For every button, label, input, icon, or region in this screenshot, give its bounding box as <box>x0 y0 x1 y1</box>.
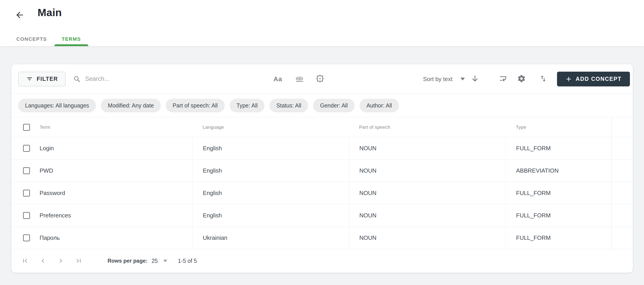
table-row[interactable]: Preferences English NOUN FULL_FORM <box>12 204 633 227</box>
tab-bar: CONCEPTS TERMS <box>9 32 88 46</box>
row-overflow-cell <box>612 182 633 204</box>
pagination-range: 1-5 of 5 <box>178 258 197 264</box>
focus-frame-icon[interactable] <box>316 74 324 84</box>
filter-chips-row: Languages: All languages Modified: Any d… <box>12 94 633 117</box>
language-text: English <box>203 190 222 197</box>
table-row[interactable]: PWD English NOUN ABBREVIATION <box>12 160 633 182</box>
column-label-language: Language <box>192 117 349 137</box>
table-row[interactable]: Login English NOUN FULL_FORM <box>12 137 633 160</box>
language-text: Ukrainian <box>203 234 228 241</box>
barcode-icon[interactable] <box>295 74 304 84</box>
terminology-page: Main CONCEPTS TERMS FILTER <box>0 0 644 285</box>
rows-per-page-caret-icon[interactable] <box>163 260 167 262</box>
language-cell: English <box>192 137 349 159</box>
part-of-speech-cell: NOUN <box>349 227 506 249</box>
page-header: Main CONCEPTS TERMS <box>0 0 644 46</box>
row-checkbox[interactable] <box>23 212 30 219</box>
part-of-speech-cell: NOUN <box>349 204 506 226</box>
language-text: English <box>203 145 222 152</box>
filter-chip[interactable]: Type: All <box>230 99 265 112</box>
sort-by-select[interactable]: Sort by text <box>423 76 452 82</box>
filter-button-label: FILTER <box>37 76 58 82</box>
part-of-speech-cell: NOUN <box>349 160 506 182</box>
tab-terms[interactable]: TERMS <box>54 32 88 46</box>
table-header-row: Term Language Part of speech Type <box>12 117 633 137</box>
filter-chip-label: Part of speech: All <box>173 102 218 109</box>
rows-per-page-value[interactable]: 25 <box>152 258 158 264</box>
filter-chip[interactable]: Gender: All <box>313 99 355 112</box>
tab-concepts[interactable]: CONCEPTS <box>9 32 54 46</box>
part-of-speech-cell: NOUN <box>349 182 506 204</box>
match-case-icon[interactable]: Aa <box>274 75 282 83</box>
type-cell: FULL_FORM <box>506 182 612 204</box>
settings-gear-icon[interactable] <box>517 74 526 84</box>
filter-chip[interactable]: Status: All <box>270 99 308 112</box>
row-overflow-cell <box>612 204 633 226</box>
language-text: English <box>203 167 222 174</box>
column-label-type: Type <box>506 117 612 137</box>
back-button[interactable] <box>14 9 26 22</box>
add-concept-label: ADD CONCEPT <box>576 76 622 82</box>
row-overflow-cell <box>612 227 633 249</box>
arrows-up-down-icon[interactable] <box>539 75 547 84</box>
wrap-arrow-icon[interactable] <box>499 74 507 84</box>
row-checkbox[interactable] <box>23 234 30 241</box>
filter-chip[interactable]: Part of speech: All <box>166 99 225 112</box>
rows-per-page-label: Rows per page: <box>108 258 148 264</box>
column-label-part-of-speech: Part of speech <box>349 117 506 137</box>
row-checkbox[interactable] <box>23 190 30 197</box>
term-text: Пароль <box>40 234 60 241</box>
language-text: English <box>203 212 222 219</box>
filter-button[interactable]: FILTER <box>18 72 66 86</box>
select-all-checkbox[interactable] <box>23 124 30 131</box>
language-cell: Ukrainian <box>192 227 349 249</box>
type-cell: FULL_FORM <box>506 227 612 249</box>
term-text: Login <box>40 145 54 152</box>
arrow-left-icon <box>15 10 24 20</box>
term-cell: Preferences <box>12 204 192 226</box>
type-cell: ABBREVIATION <box>506 160 612 182</box>
filter-chip-label: Modified: Any date <box>108 102 154 109</box>
row-overflow-cell <box>612 160 633 182</box>
type-text: ABBREVIATION <box>516 167 558 174</box>
filter-chip-label: Author: All <box>366 102 392 109</box>
header-cell-term: Term <box>12 117 192 137</box>
part-of-speech-text: NOUN <box>359 234 376 241</box>
first-page-button[interactable] <box>21 257 29 265</box>
column-label-term: Term <box>40 124 50 130</box>
add-concept-button[interactable]: ADD CONCEPT <box>557 72 630 86</box>
part-of-speech-text: NOUN <box>359 212 376 219</box>
type-text: FULL_FORM <box>516 190 551 197</box>
type-text: FULL_FORM <box>516 234 551 241</box>
table-row[interactable]: Password English NOUN FULL_FORM <box>12 182 633 204</box>
language-cell: English <box>192 182 349 204</box>
part-of-speech-text: NOUN <box>359 145 376 152</box>
caret-down-icon[interactable] <box>460 78 465 80</box>
language-cell: English <box>192 160 349 182</box>
term-text: PWD <box>40 167 53 174</box>
sort-direction-arrow-down-icon[interactable] <box>471 74 479 84</box>
search-box <box>73 75 210 83</box>
pagination-bar: Rows per page: 25 1-5 of 5 <box>12 249 633 272</box>
language-cell: English <box>192 204 349 226</box>
pinned-column-shadow <box>612 117 612 249</box>
terms-card: FILTER Aa <box>12 64 633 273</box>
content-area: FILTER Aa <box>0 46 644 273</box>
table-body: Login English NOUN FULL_FORM <box>12 137 633 249</box>
next-page-button[interactable] <box>57 257 64 265</box>
filter-chip[interactable]: Languages: All languages <box>18 99 96 112</box>
part-of-speech-text: NOUN <box>359 167 376 174</box>
filter-chip[interactable]: Modified: Any date <box>101 99 161 112</box>
filter-chip[interactable]: Author: All <box>360 99 399 112</box>
row-overflow-cell <box>612 137 633 159</box>
row-checkbox[interactable] <box>23 167 30 174</box>
row-checkbox[interactable] <box>23 145 30 152</box>
last-page-button[interactable] <box>75 257 82 265</box>
filter-chip-label: Type: All <box>236 102 258 109</box>
previous-page-button[interactable] <box>39 257 47 265</box>
term-cell: Пароль <box>12 227 192 249</box>
table-row[interactable]: Пароль Ukrainian NOUN FULL_FORM <box>12 227 633 249</box>
type-text: FULL_FORM <box>516 212 551 219</box>
filter-chip-label: Languages: All languages <box>25 102 89 109</box>
search-input[interactable] <box>85 76 210 82</box>
